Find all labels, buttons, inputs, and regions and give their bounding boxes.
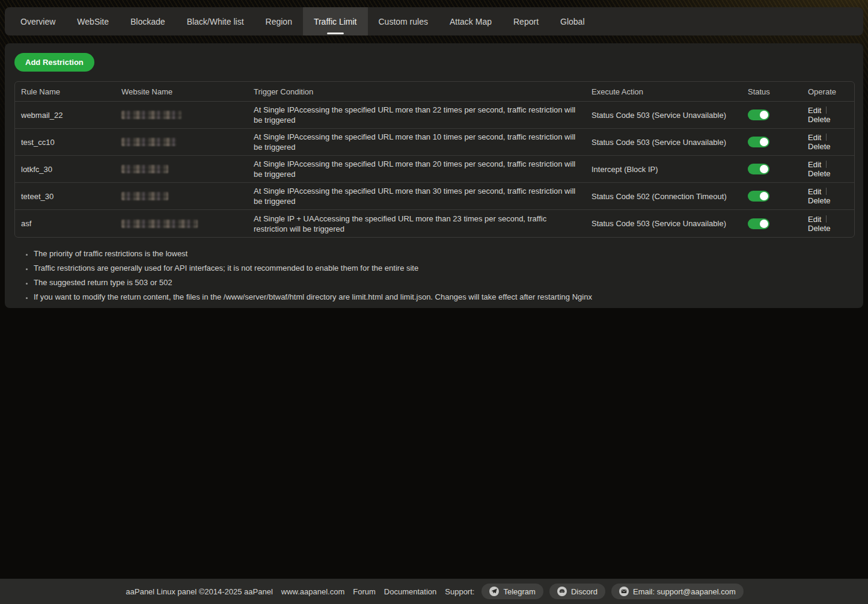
traffic-limit-panel: Add Restriction Rule Name Website Name T… [5, 43, 863, 308]
trigger-condition: At Single IPAccessing the specified URL … [248, 102, 585, 129]
trigger-condition: At Single IP + UAAccessing the specified… [248, 210, 585, 237]
execute-action: Status Code 503 (Service Unavailable) [585, 102, 742, 129]
note-item: The suggested return type is 503 or 502 [34, 279, 854, 286]
rules-table: Rule Name Website Name Trigger Condition… [14, 81, 855, 238]
delete-button[interactable]: Delete [808, 169, 831, 178]
table-row: test_cc10 At Single IPAccessing the spec… [15, 129, 854, 156]
trigger-condition: At Single IPAccessing the specified URL … [248, 156, 585, 183]
execute-action: Status Code 502 (Connection Timeout) [585, 183, 742, 210]
tab-blockade[interactable]: Blockade [120, 7, 176, 35]
website-name-censored [121, 192, 168, 200]
website-name-censored [121, 111, 182, 119]
footer-support-label: Support: [445, 587, 474, 596]
tab-overview[interactable]: Overview [10, 7, 66, 35]
tab-attack-map[interactable]: Attack Map [439, 7, 503, 35]
tab-traffic-limit[interactable]: Traffic Limit [303, 7, 368, 35]
tab-custom-rules[interactable]: Custom rules [368, 7, 439, 35]
edit-button[interactable]: Edit [808, 106, 821, 115]
telegram-icon [489, 587, 499, 596]
tab-report[interactable]: Report [503, 7, 549, 35]
screen: Overview WebSite Blockade Black/White li… [0, 0, 868, 604]
status-toggle[interactable] [748, 109, 769, 120]
delete-button[interactable]: Delete [808, 224, 831, 233]
table-row: teteet_30 At Single IPAccessing the spec… [15, 183, 854, 210]
footer: aaPanel Linux panel ©2014-2025 aaPanel w… [0, 579, 868, 604]
header-website-name: Website Name [115, 82, 248, 102]
table-header-row: Rule Name Website Name Trigger Condition… [15, 82, 854, 102]
status-toggle[interactable] [748, 137, 769, 147]
execute-action: Status Code 503 (Service Unavailable) [585, 210, 742, 237]
note-item: If you want to modify the return content… [34, 293, 854, 301]
discord-button[interactable]: Discord [549, 584, 605, 599]
notes-list: The priority of traffic restrictions is … [19, 250, 854, 301]
table-row: webmail_22 At Single IPAccessing the spe… [15, 102, 854, 129]
operate-divider [826, 188, 827, 195]
email-icon [619, 587, 629, 596]
footer-documentation-link[interactable]: Documentation [384, 587, 436, 596]
telegram-label: Telegram [503, 587, 535, 596]
email-button[interactable]: Email: support@aapanel.com [611, 584, 744, 599]
table-row: lotkfc_30 At Single IPAccessing the spec… [15, 156, 854, 183]
operate-divider [826, 215, 827, 223]
discord-icon [557, 587, 567, 596]
header-trigger-condition: Trigger Condition [248, 82, 585, 102]
website-name-censored [121, 138, 177, 146]
execute-action: Status Code 503 (Service Unavailable) [585, 129, 742, 156]
website-name-censored [121, 165, 168, 173]
execute-action: Intercept (Block IP) [585, 156, 742, 183]
rule-name: asf [15, 210, 115, 237]
tab-global[interactable]: Global [549, 7, 595, 35]
tab-region[interactable]: Region [255, 7, 303, 35]
edit-button[interactable]: Edit [808, 133, 821, 142]
footer-website-link[interactable]: www.aapanel.com [281, 587, 345, 596]
header-operate: Operate [802, 82, 854, 102]
table-row: asf At Single IP + UAAccessing the speci… [15, 210, 854, 237]
header-execute-action: Execute Action [585, 82, 742, 102]
header-rule-name: Rule Name [15, 82, 115, 102]
edit-button[interactable]: Edit [808, 160, 821, 169]
rule-name: lotkfc_30 [15, 156, 115, 183]
edit-button[interactable]: Edit [808, 215, 821, 224]
operate-divider [826, 106, 827, 114]
email-label: Email: support@aapanel.com [633, 587, 736, 596]
tab-black-white-list[interactable]: Black/White list [176, 7, 255, 35]
telegram-button[interactable]: Telegram [481, 584, 543, 599]
status-toggle[interactable] [748, 164, 769, 174]
rule-name: webmail_22 [15, 102, 115, 129]
footer-copyright: aaPanel Linux panel ©2014-2025 aaPanel [126, 587, 273, 596]
trigger-condition: At Single IPAccessing the specified URL … [248, 129, 585, 156]
delete-button[interactable]: Delete [808, 142, 831, 151]
tab-website[interactable]: WebSite [66, 7, 120, 35]
discord-label: Discord [571, 587, 598, 596]
status-toggle[interactable] [748, 218, 769, 229]
note-item: Traffic restrictions are generally used … [34, 264, 854, 272]
delete-button[interactable]: Delete [808, 196, 831, 205]
top-navbar: Overview WebSite Blockade Black/White li… [5, 7, 863, 35]
footer-forum-link[interactable]: Forum [353, 587, 376, 596]
delete-button[interactable]: Delete [808, 115, 831, 124]
website-name-censored [121, 220, 198, 228]
rule-name: teteet_30 [15, 183, 115, 210]
operate-divider [826, 134, 827, 141]
add-restriction-button[interactable]: Add Restriction [14, 53, 94, 72]
header-status: Status [742, 82, 802, 102]
note-item: The priority of traffic restrictions is … [34, 250, 854, 257]
rule-name: test_cc10 [15, 129, 115, 156]
edit-button[interactable]: Edit [808, 187, 821, 196]
operate-divider [826, 161, 827, 168]
status-toggle[interactable] [748, 191, 769, 202]
trigger-condition: At Single IPAccessing the specified URL … [248, 183, 585, 210]
